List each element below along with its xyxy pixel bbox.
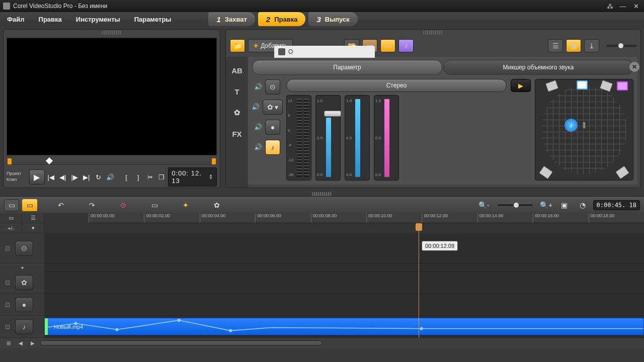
track-music-icon[interactable]: ♪ [265,140,280,155]
close-button[interactable]: ✕ [631,2,641,10]
menu-edit[interactable]: Правка [32,12,69,26]
preview-mode-toggle[interactable]: Проект Клип [7,171,28,183]
preview-scrubber[interactable] [7,158,217,166]
speaker-sub-icon[interactable] [617,81,628,90]
mark-out-button[interactable]: ] [133,171,143,183]
speaker-front-left-icon[interactable] [545,80,559,92]
track-video-icon[interactable]: ⊙ [265,79,280,95]
speaker-icon[interactable]: 🔊 [252,103,260,111]
scroll-right-button[interactable]: ▶ [28,339,37,346]
fit-project-button[interactable]: ▣ [557,199,572,211]
filter-image-icon[interactable]: ▭ [380,39,395,52]
mark-in-handle[interactable] [8,158,12,164]
vu-meter-left[interactable]: 1.00.50.0 [315,95,341,180]
ruler-mode-frames[interactable]: ▭ [0,213,22,223]
project-duration[interactable]: 0:00:45. 18 [593,200,640,210]
lock-icon[interactable]: ⊡ [0,245,15,252]
lock-icon[interactable]: ⊡ [0,279,15,286]
filter-audio-icon[interactable]: ♪ [398,39,414,52]
side-ab-button[interactable]: AB [229,63,245,78]
scroll-left-button[interactable]: ◀ [16,339,25,346]
track-head-music[interactable]: ⊡♪ [0,316,44,338]
speaker-rear-right-icon[interactable] [615,165,629,179]
volume-button[interactable]: 🔊 [105,171,115,183]
track-video[interactable] [44,233,644,263]
panel-grip[interactable] [423,31,443,35]
track-voice-icon[interactable]: ● [265,120,280,135]
zoom-in-button[interactable]: 🔍+ [539,199,554,211]
timeline-view-button[interactable]: ▭ [22,199,37,211]
play-button[interactable]: ▶ [29,169,45,185]
speaker-icon[interactable]: 🔊 [254,143,262,151]
lock-icon[interactable]: ⊡ [0,301,15,308]
menu-file[interactable]: Файл [0,12,32,26]
zoom-out-button[interactable]: 🔍- [476,199,492,211]
speaker-icon[interactable]: 🔊 [254,123,262,131]
timecode-spinner[interactable]: ▲▼ [209,174,213,179]
view-grid-icon[interactable]: ▦ [566,39,581,52]
preview-timecode[interactable]: 0:00: 12. 13 ▲▼ [168,167,217,187]
close-options-button[interactable]: ✕ [629,62,639,72]
view-list-icon[interactable]: ☰ [548,39,563,52]
track-voice[interactable] [44,294,644,316]
add-track-button[interactable]: ⊞ [4,339,13,346]
sort-icon[interactable]: ⤓ [584,39,599,52]
timeline-ruler[interactable]: 00:00:00.00 00:00:02.00 00:00:04.00 00:0… [89,213,644,223]
track-music[interactable]: Новый.mp4 [44,316,644,338]
mixer-play-button[interactable]: ▶ [511,79,531,92]
step-output[interactable]: 3 Выпуск [308,12,357,26]
audio-clip[interactable]: Новый.mp4 [44,318,644,335]
step-edit[interactable]: 2 Правка [258,12,306,26]
tab-parameter[interactable]: Параметр [252,60,442,75]
side-graphic-button[interactable]: ✿ [229,105,245,120]
redo-button[interactable]: ↷ [85,199,100,211]
storyboard-view-button[interactable]: ▭ [4,199,19,211]
mark-out-handle[interactable] [212,158,216,164]
preview-viewport[interactable] [7,38,217,155]
surround-panner[interactable]: ♪ [535,79,633,180]
cut-button[interactable]: ✂ [144,171,155,183]
track-head-overlay[interactable]: ⊡✿ [0,272,44,294]
panel-grip[interactable] [102,31,122,35]
stereo-mode-dropdown[interactable]: Стерео [286,79,507,92]
go-start-button[interactable]: |◀ [46,171,56,183]
project-duration-icon[interactable]: ◔ [575,199,590,211]
speaker-rear-left-icon[interactable] [539,165,553,179]
batch-convert-button[interactable]: ▭ [147,199,162,211]
zoom-slider[interactable] [498,204,533,206]
mark-in-button[interactable]: [ [121,171,131,183]
add-popup[interactable]: О [274,46,375,58]
auto-music-button[interactable]: ✿ [209,199,224,211]
timeline-playhead[interactable]: 00:00:12.09 [419,223,419,338]
panner-center-marker[interactable] [583,122,586,129]
panner-node[interactable]: ♪ [565,119,578,132]
record-button[interactable]: ⊙ [116,199,131,211]
ruler-mode-list[interactable]: ☰ [22,213,44,223]
toggle-tracks[interactable]: +/- [0,223,22,233]
speaker-icon[interactable]: 🔊 [254,83,262,91]
chevron-down-icon[interactable]: ▾ [22,223,44,233]
track-area[interactable]: 00:00:12.09 Новый.mp4 [44,233,644,338]
thumbnail-size-slider[interactable] [606,45,636,47]
timeline-scrollbar[interactable] [40,340,322,345]
undo-button[interactable]: ↶ [53,199,68,211]
track-head-voice[interactable]: ⊡● [0,294,44,316]
panel-grip[interactable] [312,192,332,196]
menu-options[interactable]: Параметры [127,12,179,26]
speaker-center-icon[interactable] [577,80,588,89]
side-fx-button[interactable]: FX [229,126,245,141]
menu-tools[interactable]: Инструменты [69,12,127,26]
track-overlay[interactable] [44,272,644,294]
tab-surround-mixer[interactable]: Микшер объемного звука [443,60,633,75]
step-capture[interactable]: 1 Захват [208,12,255,26]
minimize-button[interactable]: — [618,2,628,10]
folder-icon[interactable]: 📁 [230,39,245,52]
settings-icon[interactable]: ⁂ [605,2,615,10]
vu-meter-center[interactable]: 1.00.50.0 [345,95,370,180]
loop-button[interactable]: ↻ [93,171,103,183]
lock-icon[interactable]: ⊡ [0,323,15,330]
go-end-button[interactable]: ▶| [81,171,92,183]
side-text-button[interactable]: T [229,84,245,99]
step-forward-button[interactable]: |▶ [69,171,79,183]
step-back-button[interactable]: ◀| [57,171,68,183]
